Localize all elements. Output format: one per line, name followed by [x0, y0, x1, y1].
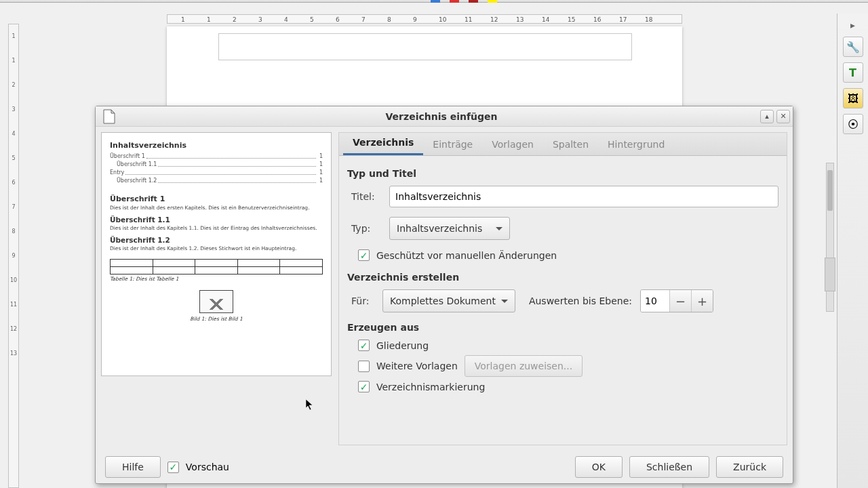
preview-image-caption: Bild 1: Dies ist Bild 1: [110, 316, 323, 322]
preview-table-caption: Tabelle 1: Dies ist Tabelle 1: [110, 276, 323, 282]
title-input[interactable]: [389, 186, 778, 207]
tab-vorlagen[interactable]: Vorlagen: [482, 134, 543, 155]
preview-toc-title: Inhaltsverzeichnis: [110, 141, 323, 150]
vruler-tick: 13: [9, 342, 18, 366]
preview-h11: Überschrift 1.1: [110, 216, 323, 224]
vruler-tick: 4: [9, 122, 18, 146]
toc-line-label: Überschrift 1: [110, 152, 145, 161]
right-sidebar: ▸ 🔧 T 🖼 ⦿: [837, 14, 868, 488]
vruler-tick: 9: [9, 244, 18, 268]
section-typ-titel: Typ und Titel: [347, 168, 778, 179]
ruler-tick: 17: [619, 15, 627, 24]
more-templates-checkbox[interactable]: [358, 361, 370, 372]
ok-button[interactable]: OK: [575, 456, 623, 478]
swatch-red: [450, 0, 459, 3]
vruler-tick: 1: [9, 49, 18, 73]
type-select-value: Inhaltsverzeichnis: [397, 223, 482, 234]
app-icon: [100, 107, 119, 126]
navigator-icon[interactable]: ⦿: [843, 114, 863, 134]
tab-verzeichnis[interactable]: Verzeichnis: [343, 131, 423, 155]
tab-bar: Verzeichnis Einträge Vorlagen Spalten Hi…: [339, 133, 787, 156]
for-select[interactable]: Komplettes Dokument: [382, 289, 515, 312]
level-minus-button[interactable]: −: [669, 290, 691, 312]
toc-line-label: Entry: [110, 169, 124, 177]
ruler-tick: 5: [310, 15, 314, 24]
toc-line-leader: [158, 161, 316, 167]
settings-pane: Verzeichnis Einträge Vorlagen Spalten Hi…: [338, 132, 787, 445]
properties-icon[interactable]: 🔧: [843, 37, 863, 57]
preview-table: [110, 259, 323, 274]
preview-toc-line: Überschrift 11: [110, 152, 323, 161]
preview-toc-line: Überschrift 1.11: [110, 161, 323, 169]
index-marks-label: Verzeichnismarkierung: [376, 382, 485, 392]
protected-label: Geschützt vor manuellen Änderungen: [376, 250, 557, 261]
toc-line-label: Überschrift 1.1: [117, 161, 157, 169]
vruler-tick: 8: [9, 220, 18, 244]
more-templates-label: Weitere Vorlagen: [376, 361, 458, 371]
level-spinner[interactable]: − +: [640, 289, 713, 312]
toc-line-page: 1: [317, 152, 323, 161]
ruler-tick: 1: [181, 15, 185, 24]
ruler-tick: 11: [465, 15, 472, 24]
dialog-bottom-bar: Hilfe Vorschau OK Schließen Zurück: [96, 451, 793, 483]
preview-toc-line: Überschrift 1.21: [110, 177, 323, 185]
horizontal-ruler: 1123456789101112131415161718: [167, 14, 682, 24]
toc-line-leader: [146, 152, 316, 159]
tab-spalten[interactable]: Spalten: [543, 134, 598, 155]
assign-templates-button[interactable]: Vorlagen zuweisen...: [465, 355, 583, 377]
gallery-icon[interactable]: 🖼: [843, 88, 863, 108]
vruler-tick: 5: [9, 146, 18, 171]
vruler-tick: 6: [9, 171, 18, 195]
preview-checkbox-label: Vorschau: [186, 462, 229, 472]
toc-line-page: 1: [317, 177, 323, 185]
toc-line-leader: [125, 169, 316, 175]
preview-h12: Überschrift 1.2: [110, 236, 323, 244]
styles-icon[interactable]: T: [843, 62, 863, 83]
help-button[interactable]: Hilfe: [105, 456, 161, 478]
swatch-red2: [469, 0, 478, 3]
svg-marker-1: [111, 110, 115, 113]
vruler-tick: 2: [9, 73, 18, 98]
toc-line-page: 1: [317, 161, 323, 169]
close-dialog-button[interactable]: Schließen: [629, 456, 709, 478]
outline-checkbox[interactable]: [358, 340, 370, 351]
type-select[interactable]: Inhaltsverzeichnis: [389, 217, 510, 240]
level-input[interactable]: [641, 290, 669, 312]
color-swatches: [431, 0, 497, 3]
tab-eintraege[interactable]: Einträge: [423, 134, 482, 155]
ruler-tick: 9: [413, 15, 417, 24]
level-plus-button[interactable]: +: [691, 290, 713, 312]
back-button[interactable]: Zurück: [716, 456, 783, 478]
toc-line-label: Überschrift 1.2: [117, 177, 157, 185]
vruler-tick: 11: [9, 293, 18, 317]
preview-image: [199, 290, 233, 313]
ruler-tick: 16: [593, 15, 601, 24]
label-auswerten: Auswerten bis Ebene:: [529, 296, 632, 306]
dialog-titlebar[interactable]: Verzeichnis einfügen ▴ ✕: [96, 106, 793, 127]
ruler-tick: 2: [233, 15, 237, 24]
preview-pane: Inhaltsverzeichnis Überschrift 11Übersch…: [101, 132, 332, 376]
vruler-tick: 12: [9, 317, 18, 342]
scroll-thumb[interactable]: [827, 170, 833, 211]
preview-h11-body: Dies ist der Inhalt des Kapitels 1.1. Di…: [110, 225, 323, 232]
close-button[interactable]: ✕: [776, 110, 790, 123]
swatch-yellow: [488, 0, 497, 3]
ruler-tick: 7: [361, 15, 366, 24]
preview-h12-body: Dies ist der Inhalt des Kapitels 1.2. Di…: [110, 245, 323, 252]
vruler-tick: 10: [9, 268, 18, 293]
ruler-tick: 14: [542, 15, 549, 24]
ruler-tick: 1: [207, 15, 211, 24]
sidebar-collapse-icon[interactable]: ▸: [847, 19, 859, 31]
shade-button[interactable]: ▴: [760, 110, 774, 123]
text-frame[interactable]: [218, 33, 632, 60]
index-marks-checkbox[interactable]: [358, 381, 370, 392]
tab-hintergrund[interactable]: Hintergrund: [598, 134, 674, 155]
toc-line-leader: [158, 177, 316, 183]
preview-checkbox[interactable]: [167, 462, 179, 473]
section-erzeugen: Erzeugen aus: [347, 322, 778, 333]
preview-toc-line: Entry1: [110, 169, 323, 177]
mouse-cursor-icon: [305, 399, 315, 411]
protected-checkbox[interactable]: [358, 249, 370, 261]
sidebar-grip[interactable]: [825, 258, 835, 291]
form-area: Typ und Titel Titel: Typ: Inhaltsverzeic…: [339, 156, 787, 396]
